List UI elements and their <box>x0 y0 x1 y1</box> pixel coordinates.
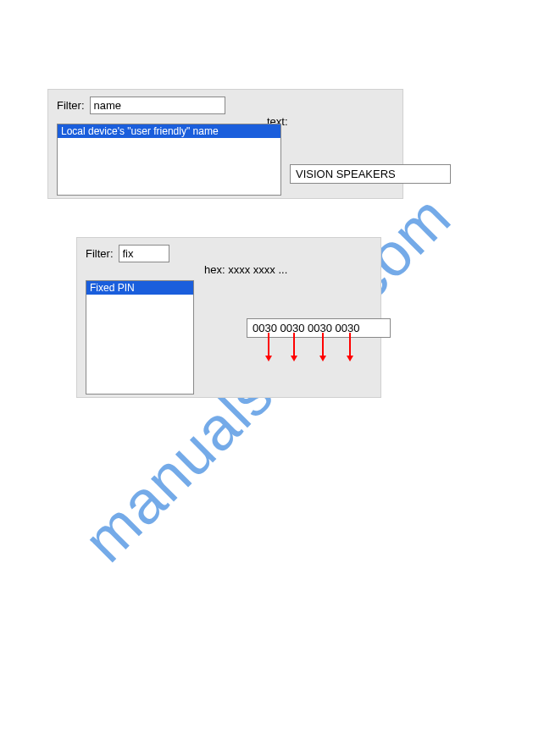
text-value-field[interactable]: VISION SPEAKERS <box>290 164 451 184</box>
results-listbox[interactable]: Fixed PIN <box>86 280 194 395</box>
arrow-down-icon <box>322 333 324 356</box>
arrow-down-icon <box>349 333 351 356</box>
panel-name-filter: Filter: text: Local device's "user frien… <box>47 89 403 199</box>
panel-fix-filter: Filter: hex: xxxx xxxx ... Fixed PIN 003… <box>76 237 381 398</box>
results-listbox[interactable]: Local device's "user friendly" name <box>57 124 281 196</box>
arrow-down-icon <box>268 333 269 356</box>
list-item-selected[interactable]: Local device's "user friendly" name <box>58 124 280 138</box>
filter-row: Filter: <box>48 90 403 121</box>
arrow-down-icon <box>293 333 295 356</box>
filter-label: Filter: <box>57 99 85 112</box>
filter-input-fix[interactable] <box>119 245 169 262</box>
hex-label: hex: xxxx xxxx ... <box>204 263 287 276</box>
filter-label: Filter: <box>86 247 114 260</box>
filter-input-name[interactable] <box>90 97 225 114</box>
list-item-selected[interactable]: Fixed PIN <box>86 281 193 295</box>
